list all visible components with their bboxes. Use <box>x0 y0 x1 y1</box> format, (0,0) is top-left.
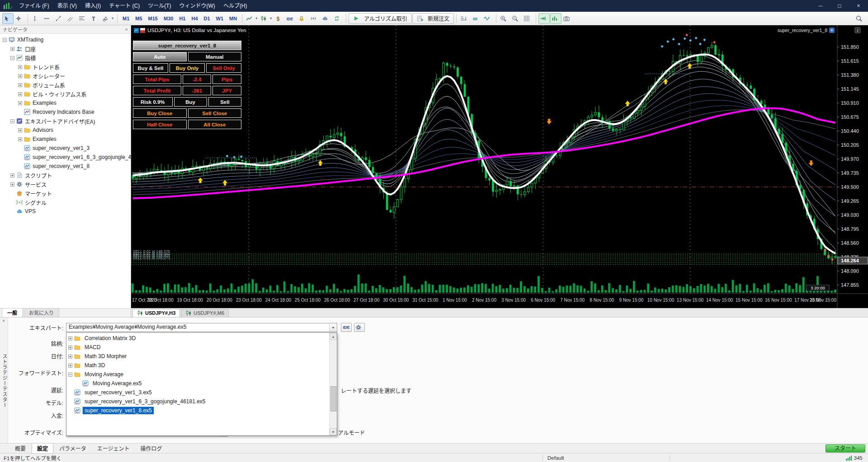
scroll-up-icon[interactable]: ▲ <box>330 333 337 340</box>
ea-sell-only-button[interactable]: Sell Only <box>206 63 241 73</box>
dropdown-item[interactable]: −Moving Average <box>66 370 329 379</box>
channel-button[interactable] <box>66 13 77 24</box>
expander-plus-icon[interactable]: + <box>68 355 72 359</box>
menubar-item[interactable]: ツール(T) <box>144 0 175 12</box>
dropdown-item[interactable]: Moving Average.ex5 <box>66 379 329 388</box>
expander-minus-icon[interactable]: − <box>68 373 72 377</box>
ea-manual-button[interactable]: Manual <box>188 52 242 61</box>
navigator-item[interactable]: +Examples <box>0 98 131 107</box>
menubar-item[interactable]: 挿入(I) <box>81 0 105 12</box>
broadcast-button[interactable] <box>309 13 320 24</box>
expander-plus-icon[interactable]: + <box>18 83 22 87</box>
start-button[interactable]: スタート <box>826 444 865 453</box>
scroll-down-icon[interactable]: ▼ <box>330 428 337 435</box>
connection-status[interactable]: 345 <box>846 455 868 461</box>
fibonacci-button[interactable] <box>77 13 89 24</box>
navigator-item[interactable]: +口座 <box>0 44 131 53</box>
chart-tab[interactable]: USDJPY#,H3 <box>132 309 180 317</box>
expander-plus-icon[interactable]: + <box>18 101 22 105</box>
navigator-tab-inactive[interactable]: お気に入り <box>24 308 59 317</box>
ea-sell-close-button[interactable]: Sell Close <box>188 108 242 118</box>
dropdown-item[interactable]: super_recovery_ver1_6_3_gogojungle_46181… <box>66 397 329 406</box>
new-order-button[interactable]: 新規注文 <box>412 13 454 24</box>
tester-tab[interactable]: 設定 <box>32 443 53 454</box>
navigator-item[interactable]: super_recovery_ver1_8 <box>0 162 131 171</box>
sort-button[interactable] <box>459 13 470 24</box>
dropdown-item[interactable]: +Correlation Matrix 3D <box>66 334 329 343</box>
navigator-item[interactable]: VPS <box>0 207 131 216</box>
crosshair-button[interactable] <box>14 13 25 24</box>
chart-tab[interactable]: USDJPY#,M6 <box>181 309 229 317</box>
dropdown-item[interactable]: super_recovery_ver1_3.ex5 <box>66 388 329 397</box>
navigator-item[interactable]: +スクリプト <box>0 171 131 180</box>
timeframe-MN-button[interactable]: MN <box>226 13 240 24</box>
text-button[interactable]: T <box>89 13 100 24</box>
scrollbar-thumb[interactable] <box>330 386 336 411</box>
candle-chart-button[interactable]: ▾ <box>259 13 273 24</box>
line-chart-button[interactable]: ▾ <box>245 13 259 24</box>
navigator-item[interactable]: +オシレーター <box>0 71 131 80</box>
lock-button[interactable] <box>297 13 308 24</box>
navigator-item[interactable]: +ボリューム系 <box>0 80 131 89</box>
trendline-button[interactable] <box>54 13 65 24</box>
price-chart[interactable]: SELL 0.01 at 148.375SELL 0.01 at 148.341… <box>131 25 868 308</box>
auto-scroll-button[interactable] <box>550 13 561 24</box>
ide-button[interactable]: IDE <box>341 323 352 332</box>
ea-auto-button[interactable]: Auto <box>133 52 187 61</box>
timeframe-M30-button[interactable]: M30 <box>161 13 176 24</box>
navigator-item[interactable]: +サービス <box>0 180 131 189</box>
zoom-in-button[interactable] <box>499 13 510 24</box>
ea-buy-button[interactable]: Buy <box>174 97 207 107</box>
ea-buy-only-button[interactable]: Buy Only <box>170 63 205 73</box>
dropdown-item[interactable]: super_recovery_ver1_8.ex5 <box>66 406 329 415</box>
navigator-item[interactable]: Recovery Indicators Base <box>0 107 131 117</box>
navigator-item[interactable]: +Advisors <box>0 126 131 135</box>
expert-combobox[interactable]: Examples¥Moving Average¥Moving Average.e… <box>66 323 337 332</box>
menubar-item[interactable]: ウィンドウ(W) <box>175 0 219 12</box>
expander-plus-icon[interactable]: + <box>68 345 72 350</box>
timeframe-D1-button[interactable]: D1 <box>201 13 213 24</box>
expander-plus-icon[interactable]: + <box>18 65 22 69</box>
maximize-button[interactable]: □ <box>830 0 849 12</box>
expander-plus-icon[interactable]: + <box>18 74 22 78</box>
expander-plus-icon[interactable]: + <box>18 128 22 132</box>
cloud-button[interactable] <box>321 13 332 24</box>
grid-button[interactable] <box>522 13 533 24</box>
minimize-button[interactable]: ─ <box>811 0 830 12</box>
navigator-item[interactable]: シグナル <box>0 198 131 207</box>
close-icon[interactable]: × <box>125 27 128 32</box>
dollar-button[interactable]: $ <box>274 13 285 24</box>
timeframe-M15-button[interactable]: M15 <box>146 13 160 24</box>
vertical-line-button[interactable] <box>30 13 42 24</box>
navigator-item[interactable]: −エキスパートアドバイザ(EA) <box>0 117 131 126</box>
expander-plus-icon[interactable]: + <box>10 47 14 51</box>
camera-button[interactable] <box>562 13 573 24</box>
ide-button[interactable]: IDE <box>285 13 297 24</box>
expander-plus-icon[interactable]: + <box>68 364 72 368</box>
expander-plus-icon[interactable]: + <box>10 182 14 187</box>
expander-plus-icon[interactable]: + <box>10 173 14 177</box>
algo-trading-button[interactable]: アルゴリズム取引 <box>349 13 412 24</box>
timeframe-W1-button[interactable]: W1 <box>213 13 226 24</box>
expander-plus-icon[interactable]: + <box>18 137 22 141</box>
dropdown-item[interactable]: +Math 3D Morpher <box>66 352 329 361</box>
timeframe-H4-button[interactable]: H4 <box>189 13 200 24</box>
scrollbar[interactable]: ▲ ▼ <box>329 333 337 435</box>
dropdown-item[interactable]: +MACD <box>66 343 329 352</box>
navigator-item[interactable]: −XMTrading <box>0 35 131 44</box>
horizontal-line-button[interactable] <box>42 13 53 24</box>
close-button[interactable]: × <box>849 0 868 12</box>
dropdown-item[interactable]: +Math 3D <box>66 361 329 370</box>
tester-tab[interactable]: パラメータ <box>54 443 91 453</box>
shapes-button[interactable]: ▾ <box>101 13 115 24</box>
ea-sell-button[interactable]: Sell <box>208 97 241 107</box>
menubar-item[interactable]: ファイル (F) <box>15 0 53 12</box>
chevron-down-icon[interactable]: ▼ <box>329 323 337 331</box>
step-forward-button[interactable] <box>538 13 550 24</box>
zero-bars-button[interactable]: 00 <box>471 13 482 24</box>
tester-tab[interactable]: エージェント <box>92 443 135 453</box>
navigator-item[interactable]: −指標 <box>0 53 131 62</box>
settings-gear-button[interactable] <box>354 323 365 332</box>
navigator-tab-active[interactable]: 一般 <box>2 308 23 317</box>
expander-minus-icon[interactable]: − <box>3 38 7 42</box>
